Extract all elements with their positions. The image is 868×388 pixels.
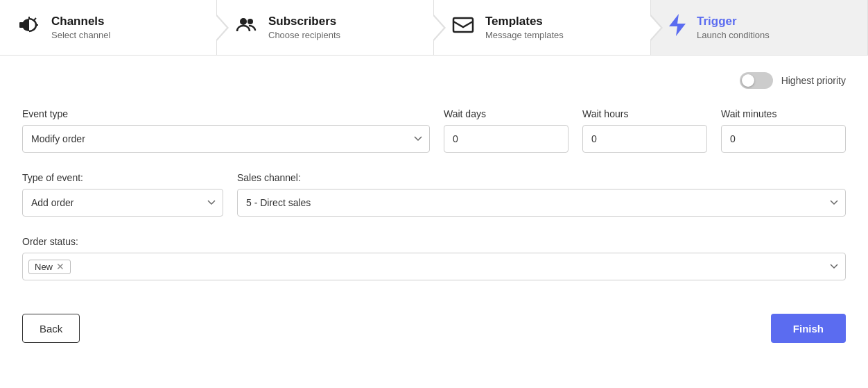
svg-point-2: [248, 19, 253, 24]
main-content: Highest priority Event type Modify order…: [0, 56, 868, 388]
sales-channel-label: Sales channel:: [237, 172, 846, 183]
footer-row: Back Finish: [22, 314, 846, 343]
trigger-icon: [668, 12, 687, 42]
order-status-input[interactable]: New ✕: [22, 253, 846, 280]
priority-toggle[interactable]: [740, 72, 773, 89]
wizard-step-trigger[interactable]: Trigger Launch conditions: [651, 0, 868, 55]
subscribers-text: Subscribers Choose recipients: [268, 15, 340, 40]
wait-days-group: Wait days: [444, 108, 568, 153]
channels-subtitle: Select channel: [51, 30, 110, 40]
priority-row: Highest priority: [22, 72, 846, 89]
wizard-step-subscribers[interactable]: Subscribers Choose recipients: [217, 0, 434, 55]
priority-label: Highest priority: [781, 75, 846, 86]
event-channel-row: Type of event: Add order Sales channel: …: [22, 172, 846, 217]
wait-minutes-group: Wait minutes: [721, 108, 846, 153]
svg-point-1: [240, 18, 247, 25]
wait-days-input[interactable]: [444, 125, 568, 153]
event-type-select[interactable]: Modify order: [22, 125, 430, 153]
finish-button[interactable]: Finish: [771, 314, 846, 343]
tag-label: New: [35, 262, 53, 272]
back-button[interactable]: Back: [22, 314, 80, 343]
trigger-text: Trigger Launch conditions: [697, 15, 770, 40]
wait-hours-label: Wait hours: [582, 108, 707, 119]
templates-text: Templates Message templates: [485, 15, 564, 40]
wait-days-label: Wait days: [444, 108, 568, 119]
templates-title: Templates: [485, 15, 564, 28]
event-type-group: Event type Modify order: [22, 108, 430, 153]
templates-subtitle: Message templates: [485, 30, 564, 40]
svg-rect-3: [453, 18, 473, 32]
event-type-label: Event type: [22, 108, 430, 119]
type-of-event-label: Type of event:: [22, 172, 223, 183]
svg-rect-0: [19, 22, 24, 28]
sales-channel-group: Sales channel: 5 - Direct sales: [237, 172, 846, 217]
wizard-step-templates[interactable]: Templates Message templates: [434, 0, 651, 55]
channels-icon: [17, 12, 42, 42]
subscribers-title: Subscribers: [268, 15, 340, 28]
tag-remove-icon[interactable]: ✕: [56, 262, 64, 271]
wait-minutes-label: Wait minutes: [721, 108, 846, 119]
type-of-event-group: Type of event: Add order: [22, 172, 223, 217]
order-status-label: Order status:: [22, 236, 78, 247]
sales-channel-select[interactable]: 5 - Direct sales: [237, 189, 846, 217]
wizard-step-channels[interactable]: Channels Select channel: [0, 0, 217, 55]
subscribers-icon: [234, 12, 259, 42]
subscribers-subtitle: Choose recipients: [268, 30, 340, 40]
order-status-row: Order status: New ✕: [22, 236, 846, 280]
type-of-event-select[interactable]: Add order: [22, 189, 223, 217]
channels-text: Channels Select channel: [51, 15, 110, 40]
channels-title: Channels: [51, 15, 110, 28]
templates-icon: [451, 12, 476, 42]
wait-hours-input[interactable]: [582, 125, 707, 153]
order-status-tag-new: New ✕: [28, 260, 71, 274]
event-type-row: Event type Modify order Wait days Wait h…: [22, 108, 846, 153]
wait-minutes-input[interactable]: [721, 125, 846, 153]
trigger-title: Trigger: [697, 15, 770, 28]
trigger-subtitle: Launch conditions: [697, 30, 770, 40]
wizard-header: Channels Select channel Subscribers Choo…: [0, 0, 868, 56]
toggle-knob: [742, 74, 754, 87]
wait-hours-group: Wait hours: [582, 108, 707, 153]
